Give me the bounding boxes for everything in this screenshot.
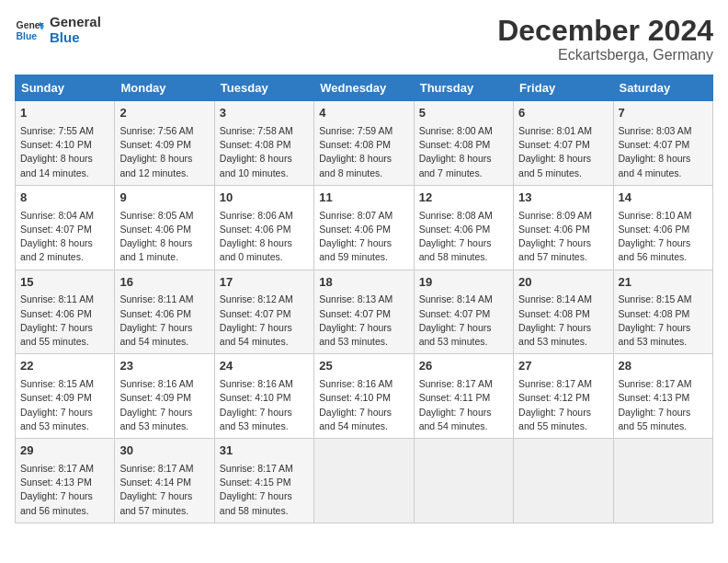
cell-info: Sunrise: 8:17 AM Sunset: 4:12 PM Dayligh… — [518, 377, 608, 433]
calendar-cell: 31Sunrise: 8:17 AM Sunset: 4:15 PM Dayli… — [214, 439, 313, 523]
weekday-header-friday: Friday — [514, 75, 613, 101]
day-number: 26 — [419, 358, 508, 375]
calendar-cell: 22Sunrise: 8:15 AM Sunset: 4:09 PM Dayli… — [16, 354, 115, 439]
cell-info: Sunrise: 8:11 AM Sunset: 4:06 PM Dayligh… — [119, 293, 209, 349]
day-number: 30 — [119, 442, 209, 460]
calendar-cell: 13Sunrise: 8:09 AM Sunset: 4:06 PM Dayli… — [514, 185, 613, 270]
day-number: 21 — [619, 274, 708, 292]
calendar-cell: 16Sunrise: 8:11 AM Sunset: 4:06 PM Dayli… — [115, 270, 214, 354]
calendar-cell: 24Sunrise: 8:16 AM Sunset: 4:10 PM Dayli… — [214, 354, 313, 439]
calendar-cell: 8Sunrise: 8:04 AM Sunset: 4:07 PM Daylig… — [16, 185, 115, 270]
cell-info: Sunrise: 7:56 AM Sunset: 4:09 PM Dayligh… — [119, 124, 209, 180]
day-number: 16 — [119, 274, 209, 292]
calendar-cell: 1Sunrise: 7:55 AM Sunset: 4:10 PM Daylig… — [16, 101, 115, 186]
calendar-week-3: 15Sunrise: 8:11 AM Sunset: 4:06 PM Dayli… — [16, 270, 713, 354]
title-block: December 2024 Eckartsberga, Germany — [497, 15, 713, 63]
cell-info: Sunrise: 7:59 AM Sunset: 4:08 PM Dayligh… — [319, 124, 408, 180]
calendar-cell: 26Sunrise: 8:17 AM Sunset: 4:11 PM Dayli… — [414, 354, 513, 439]
calendar-cell: 30Sunrise: 8:17 AM Sunset: 4:14 PM Dayli… — [115, 439, 214, 523]
day-number: 7 — [619, 105, 708, 122]
cell-info: Sunrise: 8:16 AM Sunset: 4:10 PM Dayligh… — [220, 377, 309, 433]
day-number: 23 — [119, 358, 209, 375]
calendar-cell: 21Sunrise: 8:15 AM Sunset: 4:08 PM Dayli… — [613, 270, 712, 354]
calendar-cell: 4Sunrise: 7:59 AM Sunset: 4:08 PM Daylig… — [314, 101, 414, 186]
weekday-header-thursday: Thursday — [414, 75, 513, 101]
calendar-table: SundayMondayTuesdayWednesdayThursdayFrid… — [15, 75, 713, 523]
calendar-cell: 11Sunrise: 8:07 AM Sunset: 4:06 PM Dayli… — [314, 185, 414, 270]
cell-info: Sunrise: 8:17 AM Sunset: 4:13 PM Dayligh… — [20, 462, 109, 518]
cell-info: Sunrise: 8:13 AM Sunset: 4:07 PM Dayligh… — [319, 293, 408, 349]
cell-info: Sunrise: 8:16 AM Sunset: 4:09 PM Dayligh… — [119, 377, 209, 433]
cell-info: Sunrise: 8:07 AM Sunset: 4:06 PM Dayligh… — [319, 209, 408, 265]
cell-info: Sunrise: 8:17 AM Sunset: 4:11 PM Dayligh… — [419, 377, 508, 433]
calendar-cell: 19Sunrise: 8:14 AM Sunset: 4:07 PM Dayli… — [414, 270, 513, 354]
calendar-cell: 29Sunrise: 8:17 AM Sunset: 4:13 PM Dayli… — [16, 439, 115, 523]
cell-info: Sunrise: 8:12 AM Sunset: 4:07 PM Dayligh… — [220, 293, 309, 349]
day-number: 22 — [20, 358, 109, 375]
calendar-cell: 27Sunrise: 8:17 AM Sunset: 4:12 PM Dayli… — [514, 354, 613, 439]
day-number: 15 — [20, 274, 109, 292]
calendar-cell: 6Sunrise: 8:01 AM Sunset: 4:07 PM Daylig… — [514, 101, 613, 186]
calendar-week-4: 22Sunrise: 8:15 AM Sunset: 4:09 PM Dayli… — [16, 354, 713, 439]
cell-info: Sunrise: 7:58 AM Sunset: 4:08 PM Dayligh… — [220, 124, 309, 180]
weekday-header-saturday: Saturday — [613, 75, 712, 101]
cell-info: Sunrise: 8:17 AM Sunset: 4:13 PM Dayligh… — [619, 377, 708, 433]
calendar-cell — [613, 439, 712, 523]
cell-info: Sunrise: 8:11 AM Sunset: 4:06 PM Dayligh… — [20, 293, 109, 349]
cell-info: Sunrise: 8:14 AM Sunset: 4:07 PM Dayligh… — [419, 293, 508, 349]
day-number: 8 — [20, 190, 109, 207]
cell-info: Sunrise: 8:14 AM Sunset: 4:08 PM Dayligh… — [518, 293, 608, 349]
day-number: 6 — [518, 105, 608, 122]
weekday-header-monday: Monday — [115, 75, 214, 101]
svg-text:Blue: Blue — [17, 30, 38, 40]
calendar-cell: 3Sunrise: 7:58 AM Sunset: 4:08 PM Daylig… — [214, 101, 313, 186]
day-number: 20 — [518, 274, 608, 292]
calendar-cell: 10Sunrise: 8:06 AM Sunset: 4:06 PM Dayli… — [214, 185, 313, 270]
calendar-cell: 7Sunrise: 8:03 AM Sunset: 4:07 PM Daylig… — [613, 101, 712, 186]
day-number: 9 — [119, 190, 209, 207]
cell-info: Sunrise: 8:03 AM Sunset: 4:07 PM Dayligh… — [619, 124, 708, 180]
day-number: 17 — [220, 274, 309, 292]
cell-info: Sunrise: 8:06 AM Sunset: 4:06 PM Dayligh… — [220, 209, 309, 265]
cell-info: Sunrise: 8:00 AM Sunset: 4:08 PM Dayligh… — [419, 124, 508, 180]
day-number: 12 — [419, 190, 508, 207]
calendar-week-5: 29Sunrise: 8:17 AM Sunset: 4:13 PM Dayli… — [16, 439, 713, 523]
logo-general: General — [50, 15, 101, 30]
calendar-week-2: 8Sunrise: 8:04 AM Sunset: 4:07 PM Daylig… — [16, 185, 713, 270]
calendar-cell: 28Sunrise: 8:17 AM Sunset: 4:13 PM Dayli… — [613, 354, 712, 439]
logo-icon: General Blue — [15, 16, 44, 45]
cell-info: Sunrise: 8:09 AM Sunset: 4:06 PM Dayligh… — [518, 209, 608, 265]
weekday-header-sunday: Sunday — [16, 75, 115, 101]
page-header: General Blue General Blue December 2024 … — [15, 15, 713, 63]
day-number: 13 — [518, 190, 608, 207]
day-number: 4 — [319, 105, 408, 122]
weekday-header-tuesday: Tuesday — [214, 75, 313, 101]
cell-info: Sunrise: 8:16 AM Sunset: 4:10 PM Dayligh… — [319, 377, 408, 433]
day-number: 27 — [518, 358, 608, 375]
cell-info: Sunrise: 8:10 AM Sunset: 4:06 PM Dayligh… — [619, 209, 708, 265]
calendar-cell: 23Sunrise: 8:16 AM Sunset: 4:09 PM Dayli… — [115, 354, 214, 439]
cell-info: Sunrise: 8:15 AM Sunset: 4:08 PM Dayligh… — [619, 293, 708, 349]
cell-info: Sunrise: 8:04 AM Sunset: 4:07 PM Dayligh… — [20, 209, 109, 265]
calendar-cell: 17Sunrise: 8:12 AM Sunset: 4:07 PM Dayli… — [214, 270, 313, 354]
day-number: 3 — [220, 105, 309, 122]
cell-info: Sunrise: 8:08 AM Sunset: 4:06 PM Dayligh… — [419, 209, 508, 265]
calendar-cell — [414, 439, 513, 523]
weekday-header-wednesday: Wednesday — [314, 75, 414, 101]
calendar-week-1: 1Sunrise: 7:55 AM Sunset: 4:10 PM Daylig… — [16, 101, 713, 186]
calendar-cell: 2Sunrise: 7:56 AM Sunset: 4:09 PM Daylig… — [115, 101, 214, 186]
cell-info: Sunrise: 8:05 AM Sunset: 4:06 PM Dayligh… — [119, 209, 209, 265]
day-number: 29 — [20, 442, 109, 460]
location-title: Eckartsberga, Germany — [497, 47, 713, 63]
calendar-cell: 9Sunrise: 8:05 AM Sunset: 4:06 PM Daylig… — [115, 185, 214, 270]
calendar-cell: 15Sunrise: 8:11 AM Sunset: 4:06 PM Dayli… — [16, 270, 115, 354]
day-number: 11 — [319, 190, 408, 207]
calendar-cell: 12Sunrise: 8:08 AM Sunset: 4:06 PM Dayli… — [414, 185, 513, 270]
cell-info: Sunrise: 8:17 AM Sunset: 4:15 PM Dayligh… — [220, 462, 309, 518]
cell-info: Sunrise: 8:17 AM Sunset: 4:14 PM Dayligh… — [119, 462, 209, 518]
day-number: 1 — [20, 105, 109, 122]
month-title: December 2024 — [497, 15, 713, 47]
logo-blue: Blue — [50, 30, 101, 46]
cell-info: Sunrise: 7:55 AM Sunset: 4:10 PM Dayligh… — [20, 124, 109, 180]
calendar-cell: 20Sunrise: 8:14 AM Sunset: 4:08 PM Dayli… — [514, 270, 613, 354]
